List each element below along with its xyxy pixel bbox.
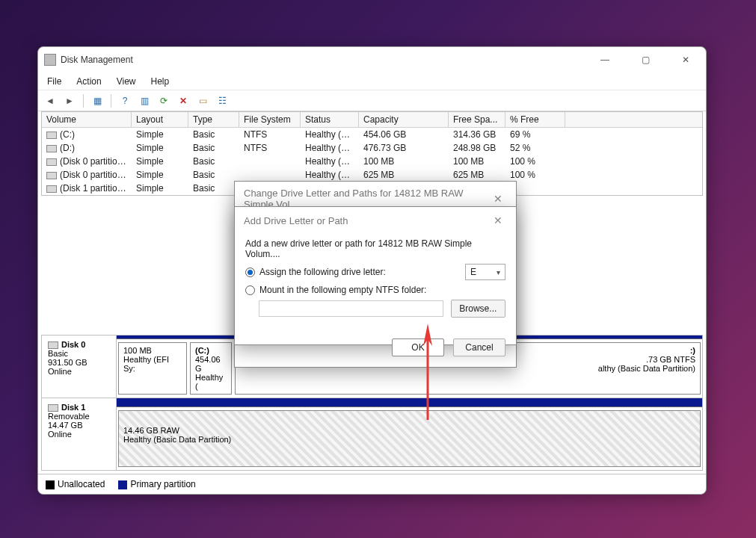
drive-letter-value: E — [470, 267, 476, 277]
minimize-button[interactable]: — — [594, 51, 616, 69]
view-icon[interactable]: ▦ — [90, 93, 105, 108]
volume-icon — [46, 145, 57, 152]
refresh-icon[interactable]: ⟳ — [156, 93, 171, 108]
table-row[interactable]: (C:)SimpleBasicNTFSHealthy (B...454.06 G… — [42, 128, 702, 141]
forward-icon[interactable]: ► — [62, 93, 77, 108]
inner-dialog-title: Add Drive Letter or Path — [244, 215, 489, 226]
volume-icon — [46, 158, 57, 166]
legend-primary-label: Primary partition — [130, 479, 195, 489]
disk1-label: Disk 1 Removable 14.47 GB Online — [42, 398, 117, 470]
help-icon[interactable]: ? — [117, 93, 132, 108]
disk1-part1[interactable]: 14.46 GB RAW Healthy (Basic Data Partiti… — [118, 410, 701, 467]
disk0-type: Basic — [48, 349, 68, 358]
disk1-name: Disk 1 — [61, 403, 85, 412]
window-title: Disk Management — [61, 55, 594, 65]
col-volume[interactable]: Volume — [42, 112, 132, 127]
table-row[interactable]: (Disk 0 partition 4)SimpleBasicHealthy (… — [42, 168, 702, 182]
radio-assign-letter[interactable] — [245, 268, 255, 277]
add-drive-letter-dialog[interactable]: Add Drive Letter or Path ✕ Add a new dri… — [234, 206, 517, 345]
close-icon[interactable]: ✕ — [489, 213, 507, 228]
disk-icon — [48, 341, 58, 349]
radio-mount-folder[interactable] — [245, 285, 255, 295]
mount-path-input[interactable] — [259, 300, 443, 317]
disk0-size: 931.50 GB — [48, 358, 87, 367]
delete-icon[interactable]: ✕ — [176, 93, 191, 108]
disk1-type: Removable — [48, 412, 90, 421]
mount-folder-label: Mount in the following empty NTFS folder… — [259, 285, 426, 295]
legend: Unallocated Primary partition — [38, 474, 706, 494]
volume-icon — [46, 132, 57, 139]
disk-row-1[interactable]: Disk 1 Removable 14.47 GB Online 14.46 G… — [42, 398, 702, 470]
col-status[interactable]: Status — [301, 112, 359, 127]
disk0-label: Disk 0 Basic 931.50 GB Online — [42, 336, 117, 398]
col-spacer — [565, 112, 702, 127]
col-pctfree[interactable]: % Free — [505, 112, 565, 127]
col-capacity[interactable]: Capacity — [359, 112, 449, 127]
close-button[interactable]: ✕ — [674, 51, 697, 69]
app-icon — [44, 54, 56, 66]
toolbar: ◄ ► ▦ ? ▥ ⟳ ✕ ▭ ☷ — [38, 90, 706, 111]
check-icon[interactable]: ▭ — [195, 93, 210, 108]
disk1-size: 14.47 GB — [48, 421, 82, 430]
menu-file[interactable]: File — [46, 75, 63, 88]
menubar: File Action View Help — [38, 72, 706, 90]
volume-icon — [46, 185, 57, 193]
menu-help[interactable]: Help — [150, 75, 171, 88]
disk0-part1[interactable]: 100 MB Healthy (EFI Sy: — [118, 342, 187, 395]
legend-unallocated-label: Unallocated — [58, 479, 105, 489]
ok-button[interactable]: OK — [392, 338, 444, 356]
legend-primary-swatch — [118, 480, 127, 489]
cancel-button[interactable]: Cancel — [453, 338, 505, 356]
table-row[interactable]: (Disk 0 partition 1)SimpleBasicHealthy (… — [42, 155, 702, 168]
menu-view[interactable]: View — [115, 75, 138, 88]
browse-button[interactable]: Browse... — [451, 300, 505, 318]
col-filesystem[interactable]: File System — [239, 112, 301, 127]
back-icon[interactable]: ◄ — [43, 93, 58, 108]
chevron-down-icon: ▾ — [497, 268, 500, 276]
disk-icon — [48, 404, 58, 412]
menu-action[interactable]: Action — [75, 75, 102, 88]
volume-icon — [46, 172, 57, 179]
disk1-state: Online — [48, 430, 72, 439]
col-freespace[interactable]: Free Spa... — [449, 112, 505, 127]
disk0-part2[interactable]: (C:) 454.06 G Healthy ( — [190, 342, 232, 395]
close-icon[interactable]: ✕ — [489, 191, 507, 206]
titlebar[interactable]: Disk Management — ▢ ✕ — [38, 47, 706, 72]
col-type[interactable]: Type — [188, 112, 239, 127]
col-layout[interactable]: Layout — [132, 112, 188, 127]
maximize-button[interactable]: ▢ — [634, 51, 657, 69]
dialog-prompt: Add a new drive letter or path for 14812… — [245, 238, 505, 259]
disk1-bar — [117, 398, 702, 407]
props-icon[interactable]: ☷ — [215, 93, 230, 108]
legend-unallocated-swatch — [46, 480, 55, 489]
drive-letter-select[interactable]: E ▾ — [465, 264, 505, 280]
disk0-name: Disk 0 — [61, 340, 85, 349]
assign-letter-label: Assign the following drive letter: — [259, 267, 386, 277]
table-row[interactable]: (D:)SimpleBasicNTFSHealthy (B...476.73 G… — [42, 141, 702, 155]
layout-icon[interactable]: ▥ — [137, 93, 152, 108]
volume-list-header: Volume Layout Type File System Status Ca… — [42, 112, 702, 128]
disk0-state: Online — [48, 367, 72, 376]
